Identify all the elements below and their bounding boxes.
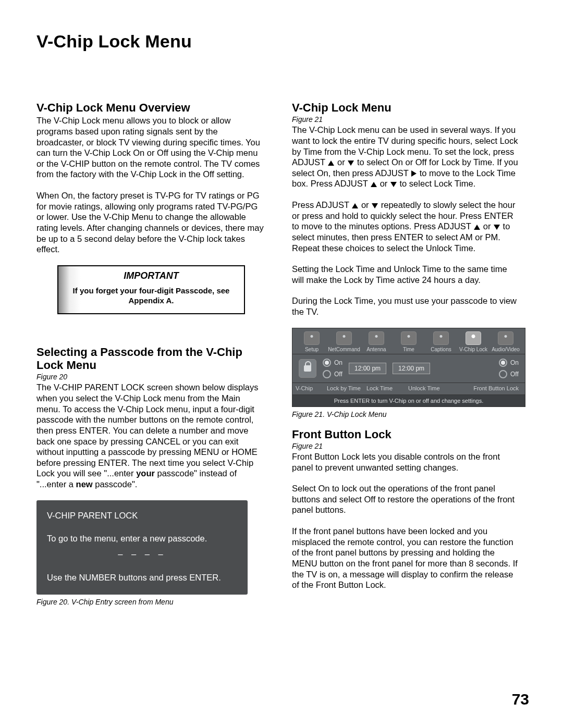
- parent-lock-title: V-CHIP PARENT LOCK: [47, 509, 237, 522]
- down-triangle-icon: [372, 203, 378, 208]
- tab-label: Time: [393, 347, 425, 352]
- t: or: [481, 221, 493, 231]
- down-triangle-icon: [348, 161, 354, 166]
- tab-setup: Setup: [296, 331, 328, 352]
- heading-vchip-menu: V-Chip Lock Menu: [292, 101, 521, 114]
- menu-option-labels: V-Chip Lock by Time Lock Time Unlock Tim…: [292, 383, 525, 395]
- label-vchip: V-Chip: [296, 385, 327, 391]
- overview-paragraph-2: When On, the factory preset is TV-PG for…: [36, 190, 266, 255]
- t: or: [335, 157, 347, 167]
- figure-20-caption: Figure 20. V-Chip Entry screen from Menu: [36, 598, 266, 606]
- label-lock-by-time: Lock by Time: [327, 385, 366, 391]
- menu-tab-bar: Setup NetCommand Antenna Time Captions V…: [292, 328, 525, 354]
- passcode-bold-your: your: [136, 468, 155, 478]
- passcode-paragraph: The V-CHIP PARENT LOCK screen shown belo…: [36, 382, 266, 489]
- tab-audio-video: Audio/Video: [489, 331, 522, 352]
- left-column: V-Chip Lock Menu Overview The V-Chip Loc…: [36, 101, 266, 615]
- time-icon: [401, 331, 417, 345]
- manual-page: V-Chip Lock Menu V-Chip Lock Menu Overvi…: [0, 0, 563, 728]
- passcode-bold-new: new: [76, 479, 93, 489]
- tab-antenna: Antenna: [360, 331, 393, 352]
- passcode-text-pre: The V-CHIP PARENT LOCK screen shown belo…: [36, 382, 259, 478]
- overview-paragraph-1: The V-Chip Lock menu allows you to block…: [36, 115, 266, 180]
- label-lock-time: Lock Time: [366, 385, 408, 391]
- heading-front-button-lock: Front Button Lock: [292, 428, 521, 441]
- right-triangle-icon: [411, 170, 417, 177]
- audio-video-icon: [498, 331, 513, 345]
- setup-icon: [304, 331, 320, 345]
- important-text: If you forget your four-digit Passcode, …: [66, 286, 237, 306]
- lock-icon: [299, 359, 316, 378]
- tab-label: Captions: [425, 347, 457, 352]
- unlock-time-value: 12:00 pm: [393, 363, 430, 374]
- up-triangle-icon: [474, 225, 480, 230]
- tab-captions: Captions: [425, 331, 457, 352]
- menu-paragraph-1: The V-Chip Lock menu can be used in seve…: [292, 125, 521, 189]
- down-triangle-icon: [494, 225, 500, 230]
- radio-off: Off: [323, 370, 342, 378]
- radio-on: On: [323, 359, 342, 367]
- menu-controls-row: On Off 12:00 pm 12:00 pm On Off: [292, 354, 525, 383]
- up-triangle-icon: [352, 203, 358, 208]
- up-triangle-icon: [371, 182, 377, 187]
- radio-icon: [323, 359, 331, 367]
- heading-overview: V-Chip Lock Menu Overview: [36, 101, 266, 114]
- label-front-button-lock: Front Button Lock: [460, 385, 522, 391]
- parent-lock-line2: Use the NUMBER buttons and press ENTER.: [47, 571, 237, 584]
- menu-paragraph-3: Setting the Lock Time and Unlock Time to…: [292, 264, 521, 285]
- right-column: V-Chip Lock Menu Figure 21 The V-Chip Lo…: [292, 101, 521, 615]
- page-number: 73: [512, 690, 529, 708]
- radio-label: Off: [334, 371, 342, 378]
- vchip-lock-icon: [466, 331, 481, 345]
- radio-label: On: [334, 359, 342, 366]
- tab-label: V-Chip Lock: [457, 347, 489, 352]
- radio-on: On: [499, 359, 519, 367]
- important-callout: IMPORTANT If you forget your four-digit …: [57, 265, 245, 314]
- t: to select Lock Time.: [397, 179, 475, 188]
- passcode-dashes: – – – –: [47, 547, 237, 561]
- figure-21-caption: Figure 21. V-Chip Lock Menu: [292, 410, 521, 418]
- menu-footer-hint: Press ENTER to turn V-Chip on or off and…: [292, 395, 525, 406]
- radio-label: On: [510, 359, 519, 366]
- t: or: [377, 179, 390, 188]
- important-label: IMPORTANT: [66, 270, 237, 281]
- captions-icon: [433, 331, 449, 345]
- passcode-text-post: passcode".: [93, 479, 138, 489]
- tab-label: Antenna: [360, 347, 393, 352]
- t: or: [359, 200, 371, 209]
- figure-21-ref-b: Figure 21: [292, 442, 521, 450]
- figure-20-ref: Figure 20: [36, 373, 266, 381]
- vchip-parent-lock-screen: V-CHIP PARENT LOCK To go to the menu, en…: [36, 500, 248, 595]
- lock-time-value: 12:00 pm: [349, 363, 386, 374]
- t: Press ADJUST: [292, 200, 351, 209]
- radio-icon: [499, 370, 507, 378]
- tab-time: Time: [393, 331, 425, 352]
- front-paragraph-3: If the front panel buttons have been loc…: [292, 526, 521, 590]
- radio-icon: [499, 359, 507, 367]
- two-column-layout: V-Chip Lock Menu Overview The V-Chip Loc…: [36, 101, 529, 615]
- radio-icon: [323, 370, 331, 378]
- figure-21-ref-a: Figure 21: [292, 115, 521, 124]
- up-triangle-icon: [328, 161, 334, 166]
- tab-netcommand: NetCommand: [328, 331, 360, 352]
- page-title: V-Chip Lock Menu: [36, 31, 529, 52]
- front-paragraph-1: Front Button Lock lets you disable contr…: [292, 451, 521, 473]
- tab-label: Setup: [296, 347, 328, 352]
- vchip-menu-screenshot: Setup NetCommand Antenna Time Captions V…: [292, 328, 525, 407]
- radio-off: Off: [499, 370, 519, 378]
- radio-label: Off: [510, 371, 519, 378]
- netcommand-icon: [336, 331, 352, 345]
- front-paragraph-2: Select On to lock out the operations of …: [292, 483, 521, 515]
- down-triangle-icon: [390, 182, 397, 187]
- front-lock-radio-group: On Off: [499, 359, 519, 378]
- tab-label: Audio/Video: [489, 347, 522, 352]
- antenna-icon: [369, 331, 384, 345]
- vchip-radio-group: On Off: [323, 359, 342, 378]
- menu-paragraph-4: During the Lock Time, you must use your …: [292, 295, 521, 317]
- tab-label: NetCommand: [328, 347, 360, 352]
- tab-vchip-lock: V-Chip Lock: [457, 331, 489, 352]
- menu-paragraph-2: Press ADJUST or repeatedly to slowly sel…: [292, 200, 521, 253]
- heading-passcode: Selecting a Passcode from the V-Chip Loc…: [36, 346, 266, 372]
- parent-lock-line1: To go to the menu, enter a new passcode.: [47, 532, 237, 545]
- label-unlock-time: Unlock Time: [408, 385, 460, 391]
